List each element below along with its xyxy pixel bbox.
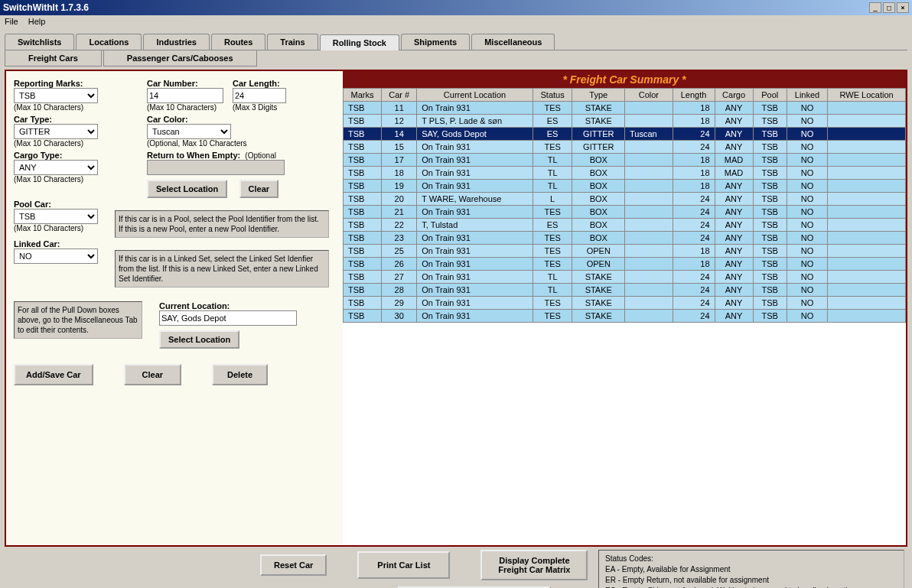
current-location-label: Current Location:	[159, 301, 297, 310]
menubar: File Help	[0, 15, 912, 29]
clear-button[interactable]: Clear	[239, 180, 279, 198]
linked-car-label: Linked Car:	[14, 239, 98, 249]
car-type-hint: (Max 10 Characters)	[14, 139, 98, 148]
reporting-marks-label: Reporting Marks:	[14, 79, 98, 88]
col-linked[interactable]: Linked	[787, 89, 827, 102]
tab-switchlists[interactable]: Switchlists	[5, 34, 74, 50]
table-row[interactable]: TSB30On Train 931TESSTAKE24ANYTSBNO	[344, 310, 906, 323]
titlebar: SwitchWithIt 1.7.3.6 _ □ ×	[0, 0, 912, 15]
display-matrix-button[interactable]: Display Complete Freight Car Matrix	[480, 550, 588, 580]
col-status[interactable]: Status	[533, 89, 572, 102]
tab-locations[interactable]: Locations	[76, 34, 142, 50]
delete-button[interactable]: Delete	[212, 364, 268, 385]
select-location-button-2[interactable]: Select Location	[159, 330, 239, 349]
print-car-list-button[interactable]: Print Car List	[357, 551, 450, 579]
window-title: SwitchWithIt 1.7.3.6	[3, 2, 868, 13]
subtab-freight-cars[interactable]: Freight Cars	[5, 50, 102, 67]
tab-rolling-stock[interactable]: Rolling Stock	[320, 34, 399, 50]
car-color-hint: (Optional, Max 10 Characters	[147, 139, 247, 148]
summary-grid: MarksCar #Current LocationStatusTypeColo…	[343, 88, 906, 323]
linked-help-text: If this car is in a Linked Set, select t…	[115, 250, 329, 288]
col-current-location[interactable]: Current Location	[417, 89, 533, 102]
cargo-type-label: Cargo Type:	[14, 151, 98, 160]
main-tabs: SwitchlistsLocationsIndustriesRoutesTrai…	[5, 34, 907, 50]
table-row[interactable]: TSB26On Train 931TESOPEN18ANYTSBNO	[344, 258, 906, 271]
pulldown-note: For all of the Pull Down boxes above, go…	[14, 301, 142, 339]
cargo-type-select[interactable]: ANY	[14, 160, 98, 175]
table-row[interactable]: TSB28On Train 931TLSTAKE24ANYTSBNO	[344, 284, 906, 297]
col-cargo[interactable]: Cargo	[715, 89, 753, 102]
close-button[interactable]: ×	[897, 2, 909, 13]
col-pool[interactable]: Pool	[753, 89, 787, 102]
reporting-marks-select[interactable]: TSB	[14, 88, 98, 103]
menu-file[interactable]: File	[5, 17, 18, 26]
car-number-label: Car Number:	[147, 79, 223, 88]
subtab-passenger-cars-cabooses[interactable]: Passenger Cars/Cabooses	[103, 50, 257, 67]
pool-car-select[interactable]: TSB	[14, 209, 98, 224]
table-row[interactable]: TSB25On Train 931TESOPEN18ANYTSBNO	[344, 245, 906, 258]
select-location-button[interactable]: Select Location	[147, 180, 227, 198]
table-row[interactable]: TSB23On Train 931TESBOX24ANYTSBNO	[344, 232, 906, 245]
car-color-label: Car Color:	[147, 115, 247, 124]
car-number-hint: (Max 10 Characters)	[147, 103, 223, 112]
return-empty-label: Return to When Empty:	[147, 151, 240, 160]
tab-industries[interactable]: Industries	[143, 34, 210, 50]
pool-car-hint: (Max 10 Characters)	[14, 224, 98, 232]
table-row[interactable]: TSB12T PLS, P. Lade & sønESSTAKE18ANYTSB…	[344, 115, 906, 128]
return-empty-input[interactable]	[147, 160, 285, 175]
sub-tabs: Freight CarsPassenger Cars/Cabooses	[5, 50, 907, 67]
status-code-line: EA - Empty, Available for Assignment	[605, 564, 897, 575]
table-row[interactable]: TSB27On Train 931TLSTAKE24ANYTSBNO	[344, 271, 906, 284]
table-row[interactable]: TSB15On Train 931TESGITTER24ANYTSBNO	[344, 141, 906, 154]
col-rwe-location[interactable]: RWE Location	[828, 89, 906, 102]
car-length-input[interactable]	[233, 88, 286, 103]
car-length-label: Car Length:	[233, 79, 286, 88]
table-row[interactable]: TSB17On Train 931TLBOX18MADTSBNO	[344, 154, 906, 167]
clear-form-button[interactable]: Clear	[124, 364, 182, 385]
table-row[interactable]: TSB19On Train 931TLBOX18ANYTSBNO	[344, 180, 906, 193]
reset-car-button[interactable]: Reset Car	[260, 554, 327, 576]
table-row[interactable]: TSB20T WARE, WarehouseLBOX24ANYTSBNO	[344, 193, 906, 206]
form-pane: Reporting Marks: TSB (Max 10 Characters)…	[6, 71, 343, 545]
reporting-marks-hint: (Max 10 Characters)	[14, 103, 98, 112]
table-row[interactable]: TSB18On Train 931TLBOX18MADTSBNO	[344, 167, 906, 180]
table-row[interactable]: TSB21On Train 931TESBOX24ANYTSBNO	[344, 206, 906, 219]
col-color[interactable]: Color	[625, 89, 673, 102]
tab-shipments[interactable]: Shipments	[401, 34, 470, 50]
status-code-line: ER - Empty Return, not available for ass…	[605, 575, 897, 586]
status-codes-title: Status Codes:	[605, 554, 897, 564]
cargo-type-hint: (Max 10 Characters)	[14, 175, 98, 184]
table-row[interactable]: TSB29On Train 931TESSTAKE24ANYTSBNO	[344, 297, 906, 310]
maximize-button[interactable]: □	[883, 2, 895, 13]
table-row[interactable]: TSB14SAY, Gods DepotESGITTERTuscan24ANYT…	[344, 128, 906, 141]
minimize-button[interactable]: _	[869, 2, 881, 13]
summary-title: * Freight Car Summary *	[343, 71, 906, 88]
col-type[interactable]: Type	[572, 89, 625, 102]
menu-help[interactable]: Help	[28, 17, 46, 26]
current-location-input[interactable]	[159, 310, 297, 326]
tab-miscellaneous[interactable]: Miscellaneous	[471, 34, 555, 50]
summary-pane: * Freight Car Summary * MarksCar #Curren…	[343, 71, 906, 545]
linked-car-select[interactable]: NO	[14, 249, 98, 264]
car-type-label: Car Type:	[14, 115, 98, 124]
car-number-input[interactable]	[147, 88, 223, 103]
car-type-select[interactable]: GITTER	[14, 124, 98, 139]
add-save-car-button[interactable]: Add/Save Car	[14, 364, 93, 385]
car-length-hint: (Max 3 Digits	[233, 103, 286, 112]
tab-trains[interactable]: Trains	[267, 34, 318, 50]
table-row[interactable]: TSB11On Train 931TESSTAKE18ANYTSBNO	[344, 102, 906, 115]
return-empty-hint: (Optional	[245, 151, 276, 160]
status-codes-box: Status Codes: EA - Empty, Available for …	[598, 550, 904, 588]
car-color-select[interactable]: Tuscan	[147, 124, 231, 139]
pool-help-text: If this car is in a Pool, select the Poo…	[115, 210, 329, 238]
tab-routes[interactable]: Routes	[211, 34, 265, 50]
col-length[interactable]: Length	[673, 89, 715, 102]
pool-car-label: Pool Car:	[14, 200, 98, 209]
col-marks[interactable]: Marks	[344, 89, 382, 102]
table-row[interactable]: TSB22T, TulstadESBOX24ANYTSBNO	[344, 219, 906, 232]
col-car-[interactable]: Car #	[382, 89, 417, 102]
